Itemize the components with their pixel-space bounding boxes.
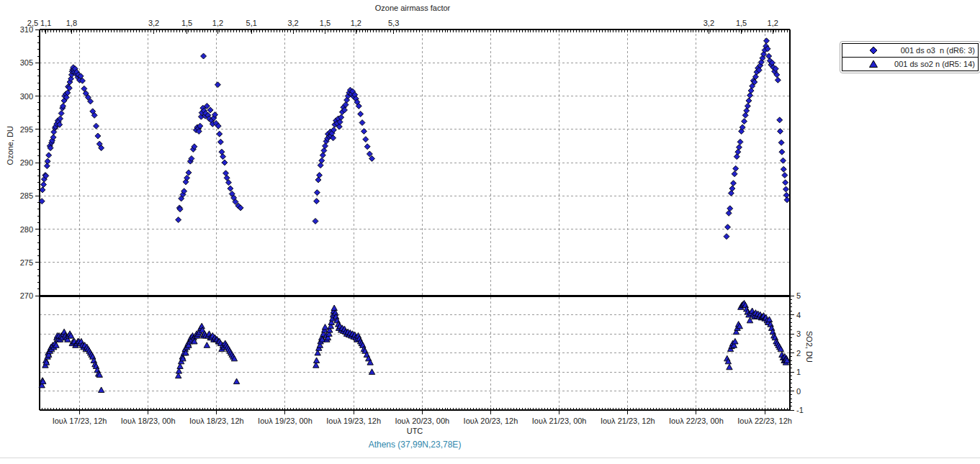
so2-data-point xyxy=(61,329,67,335)
airmass-tick-label: 5,1 xyxy=(246,19,257,27)
legend-label-o3: 001 ds o3 n (dR6: 3) xyxy=(878,46,975,55)
airmass-tick-label: 1,5 xyxy=(320,19,331,27)
x-axis-title: UTC xyxy=(343,427,487,435)
o3-data-point xyxy=(217,139,223,145)
o3-data-point xyxy=(58,111,64,117)
o3-data-point xyxy=(778,129,783,135)
o3-data-point xyxy=(320,153,325,158)
o3-data-point xyxy=(219,149,225,155)
airmass-tick-label: 1,2 xyxy=(212,19,223,27)
so2-data-point xyxy=(98,387,104,393)
airmass-tick-label: 5,3 xyxy=(388,19,399,27)
o3-data-point xyxy=(742,119,747,124)
o3-data-point xyxy=(321,147,327,153)
legend-box: 001 ds o3 n (dR6: 3) 001 ds so2 n (dR5: … xyxy=(840,41,980,73)
o3-data-point xyxy=(46,153,52,158)
o3-data-point xyxy=(733,165,739,171)
x-tick-label: Ιουλ 20/23, 00h xyxy=(395,417,449,425)
o3-data-point xyxy=(313,218,318,224)
o3-data-point xyxy=(318,163,323,168)
o3-data-point xyxy=(781,166,786,172)
o3-data-point xyxy=(223,170,229,176)
o3-data-point xyxy=(220,154,226,160)
airmass-tick-label: 1,1 xyxy=(40,19,51,27)
o3-data-point xyxy=(322,143,328,149)
o3-data-point xyxy=(747,93,752,99)
airmass-tick-label: 1,8 xyxy=(66,19,77,27)
airmass-tick-label: 1,5 xyxy=(736,19,747,27)
o3-data-point xyxy=(778,140,784,145)
o3-data-point xyxy=(744,108,750,114)
airmass-tick-label: 1,2 xyxy=(351,19,361,27)
o3-data-point xyxy=(782,173,788,178)
o3-data-point xyxy=(727,206,733,211)
diamond-icon xyxy=(868,46,878,55)
o3-data-point xyxy=(724,234,729,240)
o3-data-point xyxy=(228,186,233,191)
airmass-tick-label: 1,5 xyxy=(181,19,192,27)
o3-data-point xyxy=(186,170,192,176)
o3-data-point xyxy=(736,145,742,150)
x-tick-label: Ιουλ 19/23, 12h xyxy=(326,417,381,425)
so2-data-point xyxy=(233,378,239,384)
y-left-tick-label: 285 xyxy=(20,191,33,200)
x-tick-label: Ιουλ 17/23, 12h xyxy=(53,417,107,425)
o3-data-point xyxy=(361,129,367,135)
y-right-tick-label: 2 xyxy=(796,349,801,358)
legend-entry-o3: 001 ds o3 n (dR6: 3) xyxy=(842,43,979,58)
o3-data-point xyxy=(215,82,220,88)
o3-data-point xyxy=(783,186,788,192)
y-right-tick-label: -1 xyxy=(796,406,804,414)
y-left-tick-label: 300 xyxy=(20,92,33,101)
y-left-tick-label: 295 xyxy=(20,125,33,134)
so2-data-point xyxy=(331,305,337,311)
o3-data-point xyxy=(315,177,321,183)
o3-data-point xyxy=(314,190,320,196)
o3-data-point xyxy=(359,120,365,126)
y-right-tick-label: 0 xyxy=(796,387,801,396)
o3-data-point xyxy=(207,107,213,113)
x-tick-label: Ιουλ 18/23, 00h xyxy=(121,417,176,425)
x-tick-label: Ιουλ 20/23, 12h xyxy=(464,417,518,425)
y-right-tick-label: 3 xyxy=(796,329,801,338)
so2-data-point xyxy=(313,358,319,363)
y-left-tick-label: 280 xyxy=(20,225,33,234)
x-tick-label: Ιουλ 22/23, 00h xyxy=(669,417,724,425)
o3-data-point xyxy=(783,180,788,186)
o3-data-point xyxy=(728,191,734,196)
o3-data-point xyxy=(735,149,741,155)
x-tick-label: Ιουλ 22/23, 12h xyxy=(737,417,792,425)
o3-data-point xyxy=(784,197,790,203)
o3-data-point xyxy=(95,133,101,139)
o3-data-point xyxy=(314,199,320,204)
x-tick-label: Ιουλ 21/23, 00h xyxy=(532,417,587,425)
o3-data-point xyxy=(777,117,783,123)
o3-data-point xyxy=(201,53,207,59)
o3-data-point xyxy=(737,139,743,145)
airmass-tick-label: 1,2 xyxy=(768,19,778,27)
o3-data-point xyxy=(742,112,748,118)
o3-data-point xyxy=(176,217,181,223)
y-left-tick-label: 270 xyxy=(20,291,33,300)
y-right-axis-title: SO2, DU xyxy=(805,331,814,363)
o3-data-point xyxy=(222,160,228,165)
so2-data-point xyxy=(322,324,328,330)
o3-data-point xyxy=(319,158,325,163)
y-left-axis-title: Ozone, DU xyxy=(6,126,14,165)
y-left-tick-label: 305 xyxy=(20,58,33,67)
legend-label-so2: 001 ds so2 n (dR5: 14) xyxy=(878,60,975,68)
airmass-tick-label: 3,2 xyxy=(287,19,298,27)
x-tick-label: Ιουλ 21/23, 12h xyxy=(601,417,655,425)
o3-data-point xyxy=(745,103,750,109)
y-left-tick-label: 275 xyxy=(20,258,33,267)
o3-data-point xyxy=(358,111,364,117)
y-right-tick-label: 1 xyxy=(796,368,801,376)
so2-data-point xyxy=(204,342,210,348)
o3-data-point xyxy=(748,88,754,94)
so2-data-point xyxy=(727,364,732,370)
brewer-chart-window: Ozone airmass factor Ιουλ 17/23, 12hΙουλ… xyxy=(0,0,980,464)
airmass-tick-label: 3,2 xyxy=(148,19,159,27)
o3-data-point xyxy=(45,158,50,164)
y-right-tick-label: 4 xyxy=(796,311,801,319)
x-tick-label: Ιουλ 18/23, 12h xyxy=(189,417,244,425)
